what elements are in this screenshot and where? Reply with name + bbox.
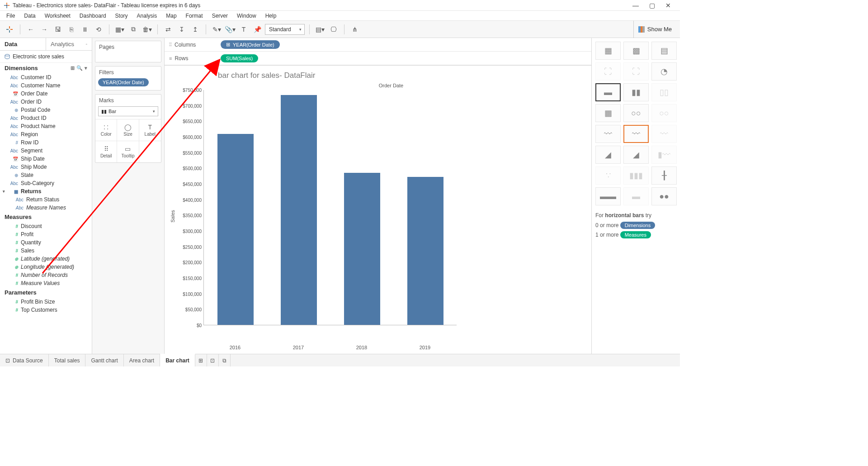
returns-folder[interactable]: ▾ ▦ Returns — [0, 187, 92, 195]
field-discount[interactable]: #Discount — [0, 222, 92, 230]
tab-data[interactable]: Data — [0, 38, 46, 50]
mark-tooltip[interactable]: ▭Tooltip — [117, 141, 139, 162]
fit-selector[interactable]: Standard — [265, 24, 305, 35]
rows-pill[interactable]: SUM(Sales) — [221, 54, 258, 62]
bar-2017[interactable] — [281, 95, 317, 325]
field-measure-names[interactable]: AbcMeasure Names — [0, 204, 92, 212]
sheet-tab-gantt-chart[interactable]: Gantt chart — [85, 354, 123, 366]
sheet-tab-area-chart[interactable]: Area chart — [124, 354, 160, 366]
columns-pill[interactable]: ⊞YEAR(Order Date) — [221, 40, 280, 49]
sm-side-bar[interactable]: ▯▯ — [651, 83, 677, 101]
sm-line-disc[interactable]: 〰 — [623, 125, 649, 143]
plot-area[interactable] — [203, 90, 457, 325]
menu-help[interactable]: Help — [261, 12, 281, 20]
field-order-id[interactable]: AbcOrder ID — [0, 98, 92, 106]
sm-side-circle[interactable]: ○○ — [651, 104, 677, 122]
mark-detail[interactable]: ⠿Detail — [95, 141, 117, 162]
menu-window[interactable]: Window — [232, 12, 261, 20]
menu-story[interactable]: Story — [111, 12, 132, 20]
marks-type-selector[interactable]: ▮▮ Bar — [98, 106, 158, 116]
sm-circle-views[interactable]: ○○ — [623, 104, 649, 122]
filters-card[interactable]: Filters YEAR(Order Date) — [95, 66, 161, 90]
field-profit-bin-size[interactable]: #Profit Bin Size — [0, 298, 92, 306]
field-product-id[interactable]: AbcProduct ID — [0, 114, 92, 122]
field-ship-mode[interactable]: AbcShip Mode — [0, 163, 92, 171]
rows-shelf[interactable]: ≡Rows SUM(Sales) — [165, 52, 591, 65]
field-segment[interactable]: AbcSegment — [0, 147, 92, 155]
sm-bullet[interactable]: ▬ — [623, 187, 649, 205]
columns-shelf[interactable]: ⦙⦙⦙Columns ⊞YEAR(Order Date) — [165, 38, 591, 52]
tableau-icon[interactable] — [4, 24, 15, 35]
field-product-name[interactable]: AbcProduct Name — [0, 122, 92, 130]
menu-server[interactable]: Server — [208, 12, 232, 20]
sm-symbol-map[interactable]: ⛶ — [595, 62, 621, 81]
field-top-customers[interactable]: #Top Customers — [0, 306, 92, 314]
sm-heat-map[interactable]: ▩ — [623, 42, 649, 60]
pause-auto-updates-button[interactable]: ⏸ — [79, 24, 91, 35]
sm-dual-combo[interactable]: ▮〰 — [651, 146, 677, 164]
field-customer-id[interactable]: AbcCustomer ID — [0, 73, 92, 81]
menu-map[interactable]: Map — [161, 12, 181, 20]
field-longitude-generated-[interactable]: ⊕Longitude (generated) — [0, 263, 92, 271]
save-button[interactable]: 🖫 — [52, 24, 64, 35]
pin-button[interactable]: 📌 — [251, 24, 263, 35]
show-me-toggle[interactable]: Show Me — [633, 21, 676, 38]
close-button[interactable]: ✕ — [660, 0, 676, 11]
menu-worksheet[interactable]: Worksheet — [40, 12, 75, 20]
sm-scatter[interactable]: ∵ — [595, 166, 621, 185]
sm-hbar[interactable]: ▬ — [595, 83, 621, 101]
filter-pill-year[interactable]: YEAR(Order Date) — [98, 78, 149, 86]
field-latitude-generated-[interactable]: ⊕Latitude (generated) — [0, 255, 92, 263]
field-order-date[interactable]: 📅Order Date — [0, 90, 92, 98]
bar-2016[interactable] — [217, 134, 254, 325]
new-story-tab[interactable]: ⧉ — [219, 354, 231, 366]
sort-desc-button[interactable]: ↥ — [189, 24, 201, 35]
sm-gantt[interactable]: ▬▬ — [595, 187, 621, 205]
show-labels-button[interactable]: T — [238, 24, 250, 35]
duplicate-button[interactable]: ⧉ — [127, 24, 139, 35]
sm-line-cont[interactable]: 〰 — [595, 125, 621, 143]
field-customer-name[interactable]: AbcCustomer Name — [0, 81, 92, 90]
mark-color[interactable]: ⸬Color — [95, 119, 117, 141]
menu-caret-icon[interactable]: ▾ — [85, 65, 87, 71]
sm-pie[interactable]: ◔ — [651, 62, 677, 81]
highlight-button[interactable]: ✎▾ — [211, 24, 222, 35]
mark-label[interactable]: TLabel — [139, 119, 161, 141]
menu-file[interactable]: File — [2, 12, 19, 20]
tab-analytics[interactable]: Analytics — [46, 38, 92, 50]
tab-data-source[interactable]: ⊡Data Source — [0, 354, 49, 366]
search-icon[interactable]: 🔍 — [76, 65, 83, 71]
datasource-row[interactable]: Electronic store sales — [0, 51, 92, 63]
show-cards-button[interactable]: ▤▾ — [314, 24, 326, 35]
field-sub-category[interactable]: AbcSub-Category — [0, 179, 92, 187]
sm-area-cont[interactable]: ◢ — [595, 146, 621, 164]
field-row-id[interactable]: #Row ID — [0, 138, 92, 147]
field-return-status[interactable]: AbcReturn Status — [0, 195, 92, 204]
sm-stacked-bar[interactable]: ▮▮ — [623, 83, 649, 101]
minimize-button[interactable]: — — [627, 0, 644, 11]
new-datasource-button[interactable]: ⎘ — [66, 24, 77, 35]
sm-treemap[interactable]: ▦ — [595, 104, 621, 122]
sm-highlight-table[interactable]: ▤ — [651, 42, 677, 60]
bar-2019[interactable] — [407, 177, 443, 325]
field-ship-date[interactable]: 📅Ship Date — [0, 155, 92, 163]
clear-button[interactable]: 🗑▾ — [141, 24, 153, 35]
menu-dashboard[interactable]: Dashboard — [75, 12, 111, 20]
sm-dual-line[interactable]: 〰 — [651, 125, 677, 143]
swap-button[interactable]: ⇄ — [162, 24, 174, 35]
group-button[interactable]: 📎▾ — [224, 24, 236, 35]
presentation-button[interactable]: 🖵 — [328, 24, 340, 35]
field-postal-code[interactable]: ⊕Postal Code — [0, 106, 92, 114]
field-sales[interactable]: #Sales — [0, 247, 92, 255]
new-worksheet-button[interactable]: ▦▾ — [114, 24, 126, 35]
field-number-of-records[interactable]: #Number of Records — [0, 271, 92, 279]
sheet-tab-bar-chart[interactable]: Bar chart — [160, 354, 195, 366]
sheet-tab-total-sales[interactable]: Total sales — [49, 354, 86, 366]
pages-card[interactable]: Pages — [95, 41, 161, 62]
new-dashboard-tab[interactable]: ⊡ — [207, 354, 219, 366]
sm-text-table[interactable]: ▦ — [595, 42, 621, 60]
sm-filled-map[interactable]: ⛶ — [623, 62, 649, 81]
field-region[interactable]: AbcRegion — [0, 130, 92, 138]
mark-size[interactable]: ◯Size — [117, 119, 139, 141]
field-state[interactable]: ⊕State — [0, 171, 92, 179]
